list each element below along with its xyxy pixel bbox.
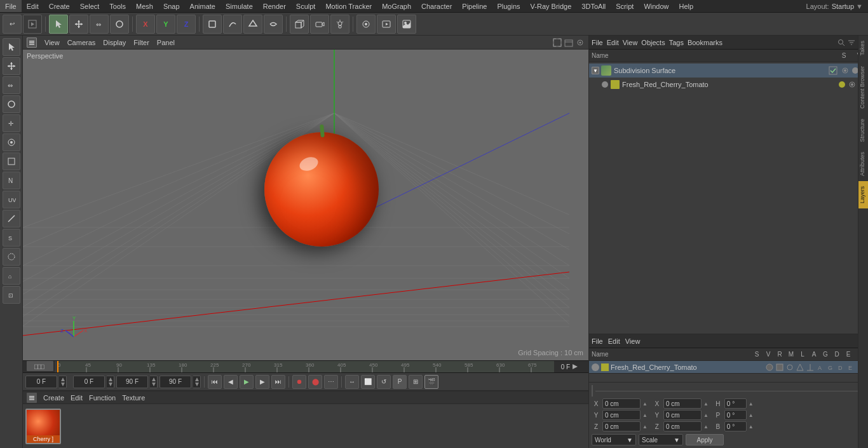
coord-y-pos[interactable]: 0 cm	[602, 410, 641, 420]
attr-icon-m[interactable]	[796, 363, 804, 372]
play-button[interactable]: ▶	[240, 375, 254, 389]
deformer-button[interactable]	[264, 15, 283, 34]
select-mode-button[interactable]	[49, 15, 68, 34]
menu-pipeline[interactable]: Pipeline	[457, 0, 492, 12]
render-settings-button[interactable]	[356, 15, 376, 34]
menu-script[interactable]: Script	[611, 0, 639, 12]
attr-edit-btn[interactable]: Edit	[608, 337, 620, 345]
step-forward-button[interactable]: ▶	[255, 375, 269, 389]
picture-viewer-button[interactable]	[397, 15, 416, 34]
go-to-start-button[interactable]: ⏮	[208, 375, 222, 389]
om-file-btn[interactable]: File	[592, 39, 603, 46]
coord-b-val[interactable]: 0 °	[724, 421, 747, 431]
menu-sculpt[interactable]: Sculpt	[291, 0, 321, 12]
tab-takes[interactable]: Takes	[858, 36, 868, 61]
step-back-button[interactable]: ◀	[224, 375, 238, 389]
attr-view-btn[interactable]: View	[625, 337, 641, 345]
move-mode-button[interactable]	[69, 15, 88, 34]
tool-magnet[interactable]: S	[3, 229, 20, 247]
vp-menu-display[interactable]: Display	[103, 39, 126, 46]
coord-xs-val[interactable]: 0 cm	[663, 398, 702, 409]
material-texture-btn[interactable]: Texture	[122, 394, 145, 402]
current-frame-field[interactable]: 0 F	[25, 376, 57, 388]
viewport-fullscreen-icon[interactable]	[553, 38, 562, 47]
menu-help[interactable]: Help	[674, 0, 699, 12]
apply-button[interactable]: Apply	[686, 434, 724, 445]
coord-z-pos[interactable]: 0 cm	[602, 421, 641, 431]
viewport-maximize-icon[interactable]	[564, 38, 573, 47]
om-bookmarks-btn[interactable]: Bookmarks	[688, 39, 722, 46]
end-frame-steppers[interactable]	[193, 376, 201, 388]
vp-menu-filter[interactable]: Filter	[133, 39, 149, 46]
coord-x-up[interactable]: ▲	[642, 401, 648, 407]
attr-icon-a[interactable]: A	[816, 363, 825, 372]
attr-icon-g[interactable]: G	[826, 363, 835, 372]
tab-structure[interactable]: Structure	[858, 114, 868, 147]
attr-icon-v[interactable]	[775, 363, 784, 372]
preview-btn[interactable]: P	[393, 375, 407, 389]
auto-key-button[interactable]: ⬤	[308, 375, 322, 389]
coord-y-up[interactable]: ▲	[642, 412, 648, 418]
key-all-button[interactable]: ⋯	[324, 375, 338, 389]
menu-motion-tracker[interactable]: Motion Tracker	[320, 0, 377, 12]
menu-edit[interactable]: Edit	[22, 0, 44, 12]
om-edit-btn[interactable]: Edit	[607, 39, 619, 46]
coord-p-val[interactable]: 0 °	[724, 410, 747, 420]
tool-paint[interactable]	[3, 153, 20, 170]
attr-row-cherry[interactable]: Fresh_Red_Cherry_Tomato A G D E X	[589, 361, 868, 374]
om-expand-subdivision[interactable]: ▼	[592, 67, 599, 74]
coord-zs-up[interactable]: ▲	[703, 424, 709, 430]
light-button[interactable]	[330, 15, 349, 34]
rotate-mode-button[interactable]	[110, 15, 129, 34]
tool-snap[interactable]: ⊡	[3, 286, 20, 304]
rotate-playback-btn[interactable]: ↺	[377, 375, 391, 389]
menu-snap[interactable]: Snap	[158, 0, 185, 12]
generator-button[interactable]	[243, 15, 262, 34]
range-start-field[interactable]: 0 F	[73, 376, 105, 388]
coord-zs-val[interactable]: 0 cm	[663, 421, 702, 431]
om-tags-btn[interactable]: Tags	[669, 39, 684, 46]
coord-h-up[interactable]: ▲	[749, 401, 754, 407]
tool-rotate[interactable]	[3, 95, 20, 113]
move-playback-btn[interactable]: ↔	[345, 375, 359, 389]
layout-selector[interactable]: Layout: Startup ▼	[801, 3, 868, 10]
tool-normals[interactable]: N	[3, 172, 20, 189]
render-view-button[interactable]	[377, 15, 396, 34]
tool-select[interactable]	[3, 38, 20, 56]
record-button[interactable]: ⏺	[292, 375, 306, 389]
menu-render[interactable]: Render	[258, 0, 291, 12]
vp-menu-view[interactable]: View	[44, 39, 60, 46]
object-mode-button[interactable]	[203, 15, 222, 34]
vp-menu-cameras[interactable]: Cameras	[67, 39, 96, 46]
om-search-icon[interactable]	[837, 39, 845, 46]
viewport[interactable]: X Y Z Perspective Grid Spacing : 10 cm	[23, 50, 588, 360]
tool-transform[interactable]: ✛	[3, 114, 20, 132]
coord-xs-up[interactable]: ▲	[703, 401, 709, 407]
tool-object[interactable]	[3, 133, 20, 151]
menu-mograph[interactable]: MoGraph	[377, 0, 416, 12]
attr-icon-e[interactable]: E	[846, 363, 855, 372]
menu-vray[interactable]: V-Ray Bridge	[526, 0, 577, 12]
viewport-settings-icon[interactable]	[576, 38, 585, 47]
timeline-ruler[interactable]: 0 45 90 135 180 225 270 315 360	[55, 361, 554, 372]
menu-animate[interactable]: Animate	[185, 0, 220, 12]
menu-character[interactable]: Character	[416, 0, 457, 12]
scale-mode-button[interactable]: ⇔	[90, 15, 109, 34]
coord-ys-up[interactable]: ▲	[703, 412, 709, 418]
tab-attributes[interactable]: Attributes	[858, 147, 868, 181]
attr-icon-s[interactable]	[765, 363, 774, 372]
range-end-steppers[interactable]	[150, 376, 158, 388]
om-row-cherry[interactable]: Fresh_Red_Cherry_Tomato	[589, 78, 868, 92]
menu-plugins[interactable]: Plugins	[492, 0, 525, 12]
tool-soft[interactable]	[3, 248, 20, 266]
cherry-material-thumb[interactable]: Cherry ]	[25, 409, 61, 444]
tool-symmetry[interactable]: ⌂	[3, 267, 20, 285]
tab-content-browser[interactable]: Content Browser	[858, 61, 868, 114]
material-edit-btn[interactable]: Edit	[71, 394, 83, 402]
tab-layers[interactable]: Layers	[858, 181, 868, 208]
scale-dropdown[interactable]: Scale ▼	[639, 434, 683, 445]
undo-button[interactable]: ↩	[3, 15, 22, 34]
menu-mesh[interactable]: Mesh	[131, 0, 158, 12]
render-playback-btn[interactable]: 🎬	[424, 375, 438, 389]
om-visible-icon-cherry[interactable]	[847, 79, 857, 90]
